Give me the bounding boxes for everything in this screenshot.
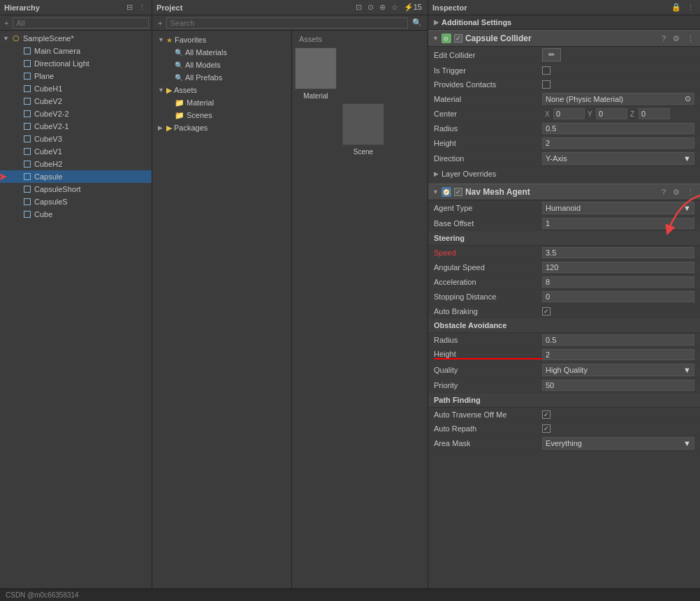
material-thumbnail[interactable] — [295, 47, 337, 89]
auto-traverse-checkbox[interactable]: ✓ — [542, 410, 550, 419]
angular-speed-label: Angular Speed — [434, 263, 542, 272]
tree-item-cubev2[interactable]: CubeV2 — [0, 95, 152, 107]
collider-material-dropdown[interactable]: None (Physic Material) ⊙ — [542, 93, 694, 105]
auto-repath-value: ✓ — [542, 424, 694, 433]
project-toolbar: + 🔍 — [152, 15, 428, 31]
project-search-input[interactable] — [166, 17, 408, 29]
edit-collider-button[interactable]: ✏ — [542, 48, 561, 61]
auto-braking-checkbox[interactable]: ✓ — [542, 307, 550, 316]
nav-menu-icon[interactable]: ⋮ — [685, 187, 696, 198]
speed-input[interactable] — [542, 247, 694, 258]
project-icon2[interactable]: ⊙ — [366, 2, 375, 13]
tree-item-cubev2-1[interactable]: CubeV2-1 — [0, 120, 152, 133]
nav-height-input[interactable] — [542, 349, 694, 360]
capsule-short-label: CapsuleShort — [34, 185, 81, 193]
auto-traverse-value: ✓ — [542, 410, 694, 419]
area-mask-dropdown[interactable]: Everything ▼ — [542, 437, 694, 450]
project-search-icon[interactable]: 🔍 — [411, 17, 423, 28]
tree-item-cubev1[interactable]: CubeV1 — [0, 145, 152, 158]
favorites-section[interactable]: ▼ ★ Favorites — [152, 34, 291, 46]
center-fields: X Y Z — [545, 108, 694, 119]
packages-section[interactable]: ▶ ▶ Packages — [152, 121, 291, 134]
quality-label: Quality — [434, 366, 542, 374]
tree-item-plane[interactable]: Plane — [0, 70, 152, 82]
capsule-radius-row: Radius — [428, 121, 700, 136]
material-folder-item[interactable]: 📁 Material — [152, 96, 291, 109]
nav-settings-icon[interactable]: ⚙ — [671, 187, 681, 198]
search-icon-sm3: 🔍 — [175, 74, 183, 82]
project-add-icon[interactable]: + — [156, 18, 163, 28]
hierarchy-lock-icon[interactable]: ⊟ — [125, 2, 134, 13]
tree-item-capsules[interactable]: CapsuleS — [0, 195, 152, 208]
center-x-input[interactable] — [553, 108, 585, 119]
layer-overrides-row[interactable]: ▶ Layer Overrides — [428, 167, 700, 181]
assets-section[interactable]: ▼ ▶ Assets — [152, 84, 291, 96]
center-z-input[interactable] — [639, 108, 670, 119]
scene-thumbnail[interactable] — [342, 103, 384, 145]
capsule-icon — [22, 172, 32, 181]
project-icon4[interactable]: ☆ — [390, 2, 400, 13]
quality-dropdown[interactable]: High Quality ▼ — [542, 364, 694, 376]
scene-icon: ⎔ — [11, 34, 21, 43]
all-prefabs-item[interactable]: 🔍 All Prefabs — [152, 71, 291, 84]
base-offset-input[interactable] — [542, 218, 694, 229]
capsule-enabled-checkbox[interactable] — [454, 34, 462, 43]
tree-item-cubev2-2[interactable]: CubeV2-2 — [0, 107, 152, 120]
inspector-menu-icon[interactable]: ⋮ — [685, 2, 696, 13]
tree-item-main-camera[interactable]: Main Camera — [0, 45, 152, 57]
material-folder-icon: 📁 — [175, 98, 184, 107]
inspector-header-icons: 🔒 ⋮ — [670, 2, 696, 13]
capsule-menu-icon[interactable]: ⋮ — [685, 34, 696, 44]
nav-help-icon[interactable]: ? — [660, 187, 667, 197]
angular-speed-input[interactable] — [542, 262, 694, 273]
agent-type-text: Humanoid — [546, 204, 581, 212]
project-icon3[interactable]: ⊕ — [378, 2, 387, 13]
tree-item-capsule-short[interactable]: CapsuleShort — [0, 183, 152, 195]
auto-repath-label: Auto Repath — [434, 424, 542, 433]
capsule-help-icon[interactable]: ? — [660, 34, 667, 43]
favorites-label: Favorites — [175, 36, 206, 44]
priority-input[interactable] — [542, 380, 694, 391]
acceleration-input[interactable] — [542, 276, 694, 288]
capsule-height-input[interactable] — [542, 138, 694, 149]
nav-enabled-checkbox[interactable] — [454, 188, 462, 196]
direction-label: Direction — [434, 154, 542, 163]
capsule-collider-title: Capsule Collider — [465, 34, 657, 43]
all-prefabs-label: All Prefabs — [185, 73, 222, 82]
agent-type-dropdown[interactable]: Humanoid ▼ — [542, 202, 694, 214]
capsule-settings-icon[interactable]: ⚙ — [671, 34, 681, 44]
tree-item-cubeh1[interactable]: CubeH1 — [0, 82, 152, 95]
cubeh1-icon — [22, 84, 32, 94]
hierarchy-menu-icon[interactable]: ⋮ — [137, 2, 147, 13]
hierarchy-search-input[interactable] — [13, 17, 149, 29]
inspector-lock-icon[interactable]: 🔒 — [670, 2, 683, 13]
scenes-folder-item[interactable]: 📁 Scenes — [152, 109, 291, 121]
provides-contacts-checkbox[interactable] — [542, 80, 550, 89]
tree-item-directional-light[interactable]: Directional Light — [0, 57, 152, 70]
inspector-content: ▶ Additional Settings ▼ ⊙ Capsule Collid… — [428, 15, 700, 588]
project-icon1[interactable]: ⊡ — [354, 2, 363, 13]
hierarchy-add-icon[interactable]: + — [3, 18, 10, 28]
all-materials-item[interactable]: 🔍 All Materials — [152, 46, 291, 59]
tree-item-capsule[interactable]: ➤ Capsule — [0, 170, 152, 183]
all-models-item[interactable]: 🔍 All Models — [152, 59, 291, 71]
nav-radius-input[interactable] — [542, 334, 694, 346]
is-trigger-checkbox[interactable] — [542, 66, 550, 75]
auto-repath-checkbox[interactable]: ✓ — [542, 424, 550, 433]
capsule-radius-input[interactable] — [542, 123, 694, 134]
tree-item-cubev3[interactable]: CubeV3 — [0, 133, 152, 145]
capsule-height-row: Height — [428, 136, 700, 151]
stopping-distance-input[interactable] — [542, 291, 694, 302]
base-offset-value — [542, 218, 694, 229]
speed-label: Speed — [434, 248, 542, 257]
tree-item-cubeh2[interactable]: CubeH2 — [0, 158, 152, 170]
direction-dropdown[interactable]: Y-Axis ▼ — [542, 152, 694, 165]
packages-folder-icon: ▶ — [166, 124, 172, 133]
hierarchy-scene-root[interactable]: ▼ ⎔ SampleScene* — [0, 32, 152, 45]
cubev1-label: CubeV1 — [34, 147, 62, 156]
tree-item-cube[interactable]: Cube — [0, 208, 152, 221]
center-y-input[interactable] — [596, 108, 627, 119]
area-mask-row: Area Mask Everything ▼ — [428, 436, 700, 452]
hierarchy-tree: ▼ ⎔ SampleScene* Main Camera Directional… — [0, 31, 152, 588]
additional-settings-header[interactable]: ▶ Additional Settings — [428, 15, 700, 30]
